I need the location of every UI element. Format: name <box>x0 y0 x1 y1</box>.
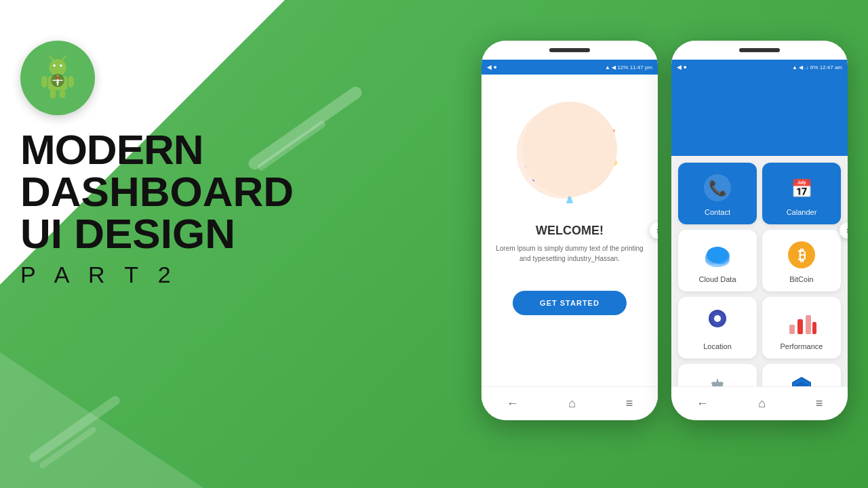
calendar-icon: 📅 <box>787 173 816 203</box>
svg-rect-41 <box>789 325 795 334</box>
card-calendar[interactable]: 📅 Calander <box>762 163 841 224</box>
title-line2: DASHBOARD <box>20 171 285 213</box>
phone2-nav-menu-icon[interactable]: ≡ <box>816 396 823 411</box>
card-cloud-label: Cloud Data <box>698 275 736 283</box>
phone2-speaker <box>739 48 780 52</box>
svg-point-1 <box>53 64 56 67</box>
card-bitcoin-label: BitCoin <box>789 275 813 283</box>
performance-icon <box>787 307 816 337</box>
phone1-status-left: ◀ ● <box>487 64 497 70</box>
phone1-content: WELCOME! Lorem Ipsum is simply dummy tex… <box>481 75 658 401</box>
card-contact-label: Contact <box>705 208 730 216</box>
phone2-status-left: ◀ ● <box>677 64 687 70</box>
location-icon <box>703 307 732 337</box>
svg-text:₿: ₿ <box>798 247 806 264</box>
phone2-nav-back-icon[interactable]: ← <box>696 396 709 411</box>
card-setting[interactable]: Setting <box>678 364 757 386</box>
phone2-nav-home-icon[interactable]: ⌂ <box>758 396 766 411</box>
card-performance-label: Performance <box>781 342 823 350</box>
phone1-status-right: ▲ ◀ 12% 11:47 pm <box>605 64 652 70</box>
phone2-notch <box>671 41 848 60</box>
card-location[interactable]: Location <box>678 297 757 359</box>
svg-line-3 <box>50 56 53 60</box>
android-logo <box>20 41 95 115</box>
phone2-nav: ← ⌂ ≡ <box>671 386 848 420</box>
card-cloud[interactable]: Cloud Data <box>678 230 757 291</box>
svg-rect-43 <box>806 315 811 334</box>
phone-dashboard: ◀ ● ▲ ◀ .↓ 6% 12:47 am 📞 Contact 📅 <box>671 41 848 420</box>
svg-rect-7 <box>68 76 73 87</box>
illustration-bg-circle <box>522 102 617 197</box>
welcome-illustration <box>509 88 631 210</box>
part-label: P A R T 2 <box>20 262 285 288</box>
cloud-icon <box>703 240 732 270</box>
welcome-heading: WELCOME! <box>536 224 604 238</box>
svg-text:📅: 📅 <box>791 178 813 199</box>
welcome-desc: Lorem Ipsum is simply dummy text of the … <box>495 243 644 264</box>
setting-icon <box>703 374 732 386</box>
phone2-status-right: ▲ ◀ .↓ 6% 12:47 am <box>792 64 842 70</box>
phone1-notch <box>481 41 658 60</box>
phones-container: ◀ ● ▲ ◀ 12% 11:47 pm <box>481 41 848 420</box>
phone2-status-bar: ◀ ● ▲ ◀ .↓ 6% 12:47 am <box>671 60 848 75</box>
bitcoin-icon: ₿ <box>787 240 816 270</box>
svg-rect-9 <box>60 90 65 99</box>
nav-home-icon[interactable]: ⌂ <box>568 396 576 411</box>
phone2-header <box>671 75 848 156</box>
svg-point-2 <box>60 64 62 67</box>
contact-icon: 📞 <box>703 173 732 203</box>
card-calendar-label: Calander <box>787 208 817 216</box>
svg-rect-8 <box>50 90 56 99</box>
cards-grid: 📞 Contact 📅 Calander Cloud Data <box>678 163 841 386</box>
svg-rect-6 <box>41 76 47 87</box>
phone-welcome: ◀ ● ▲ ◀ 12% 11:47 pm <box>481 41 658 420</box>
svg-rect-44 <box>812 322 816 334</box>
left-section: MODERN DASHBOARD UI DESIGN P A R T 2 <box>20 41 285 288</box>
title-line1: MODERN <box>20 129 285 171</box>
card-bitcoin[interactable]: ₿ BitCoin <box>762 230 841 291</box>
phone1-speaker <box>549 48 590 52</box>
card-location-label: Location <box>703 342 732 350</box>
nav-menu-icon[interactable]: ≡ <box>626 396 633 411</box>
get-started-button[interactable]: GET STARTED <box>513 291 627 315</box>
card-performance[interactable]: Performance <box>762 297 841 359</box>
svg-line-4 <box>62 56 66 60</box>
svg-point-36 <box>707 247 728 263</box>
svg-point-0 <box>49 59 66 76</box>
phone1-status-bar: ◀ ● ▲ ◀ 12% 11:47 pm <box>481 60 658 75</box>
phone1-nav: ← ⌂ ≡ <box>481 386 658 420</box>
card-contact[interactable]: 📞 Contact <box>678 163 757 224</box>
svg-point-40 <box>714 315 721 322</box>
dashboard-grid: 📞 Contact 📅 Calander Cloud Data <box>671 156 848 386</box>
card-report[interactable]: Report <box>762 364 841 386</box>
android-logo-svg <box>34 54 81 102</box>
title-line3: UI DESIGN <box>20 213 285 255</box>
report-icon <box>787 374 816 386</box>
nav-back-icon[interactable]: ← <box>507 396 519 411</box>
svg-rect-42 <box>797 319 803 334</box>
svg-text:📞: 📞 <box>709 179 728 197</box>
